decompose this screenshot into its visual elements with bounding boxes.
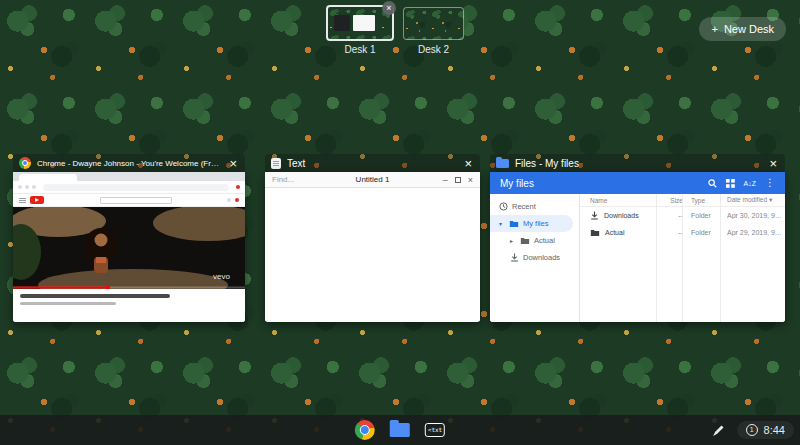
overview-window-chrome[interactable]: Chrome - Dwayne Johnson - You're Welcome… <box>13 154 245 322</box>
youtube-search-box <box>100 197 172 204</box>
find-field: Find... <box>272 175 294 184</box>
sidebar-my-files-label: My files <box>523 219 548 228</box>
sort-arrow-icon: ▾ <box>769 196 772 203</box>
video-player: vevo <box>13 207 245 289</box>
text-window-preview[interactable]: Find... Untitled 1 – × <box>265 172 480 322</box>
chrome-icon <box>19 157 31 169</box>
files-sidebar: Recent ▾ My files ▸ Actual <box>490 194 580 322</box>
profile-avatar <box>236 185 240 189</box>
view-toggle-icon <box>726 179 735 188</box>
shelf-files-button[interactable] <box>390 423 410 437</box>
column-divider <box>720 194 721 322</box>
video-title-placeholder <box>20 294 170 298</box>
shelf-text-button[interactable]: <txt <box>425 423 445 437</box>
download-icon <box>590 211 599 220</box>
folder-icon <box>509 219 519 228</box>
chrome-window-close-button[interactable]: × <box>227 157 239 170</box>
column-size: Size <box>657 197 683 204</box>
download-icon <box>510 253 519 262</box>
files-toolbar: My files A↓Z ⋮ <box>490 172 785 194</box>
back-icon <box>18 185 22 189</box>
search-icon <box>708 179 717 188</box>
youtube-header <box>13 194 245 207</box>
address-bar <box>43 184 229 191</box>
files-app-icon <box>496 159 509 168</box>
shelf: <txt 1 8:44 <box>0 415 800 445</box>
folder-icon <box>520 236 530 245</box>
browser-tab-strip <box>13 172 245 181</box>
sidebar-downloads-label: Downloads <box>523 253 560 262</box>
file-size: -- <box>657 212 683 219</box>
stylus-pen-icon <box>712 424 725 437</box>
notification-counter: 1 <box>746 424 758 436</box>
document-title: Untitled 1 <box>356 175 390 184</box>
desk1-close-button[interactable]: × <box>382 1 396 15</box>
menu-icon <box>19 198 26 203</box>
youtube-logo <box>30 196 44 204</box>
stylus-tools-button[interactable] <box>712 424 725 437</box>
clock: 8:44 <box>764 424 785 436</box>
vevo-watermark: vevo <box>213 272 230 281</box>
chrome-window-header: Chrome - Dwayne Johnson - You're Welcome… <box>13 154 245 172</box>
desk2-label[interactable]: Desk 2 <box>403 44 464 55</box>
file-name-cell: Actual <box>580 228 657 237</box>
text-window-header: Text × <box>265 154 480 172</box>
youtube-avatar <box>235 198 239 202</box>
forward-icon <box>25 185 29 189</box>
column-type: Type <box>683 197 721 204</box>
clock-icon <box>499 202 508 211</box>
desk1-label[interactable]: Desk 1 <box>326 44 394 55</box>
character-face <box>95 234 108 247</box>
files-toolbar-icons: A↓Z ⋮ <box>708 178 775 188</box>
minimize-icon: – <box>443 175 448 185</box>
file-date: Apr 30, 2019, 9… <box>721 212 785 219</box>
text-app-toolbar: Find... Untitled 1 – × <box>265 172 480 188</box>
file-name-cell: Downloads <box>580 211 657 220</box>
shelf-app-icons: <txt <box>355 415 445 445</box>
files-window-preview[interactable]: My files A↓Z ⋮ <box>490 172 785 322</box>
chevron-right-icon: ▸ <box>510 237 516 244</box>
column-divider <box>682 194 683 322</box>
files-toolbar-title: My files <box>500 178 534 189</box>
file-type: Folder <box>683 229 721 236</box>
files-sidebar-downloads: Downloads <box>490 249 573 266</box>
files-app-icon <box>390 423 410 437</box>
close-icon: × <box>468 175 473 185</box>
file-type: Folder <box>683 212 721 219</box>
overview-window-files[interactable]: Files - My files × My files A↓Z ⋮ <box>490 154 785 322</box>
new-desk-button[interactable]: + New Desk <box>699 17 786 41</box>
overview-window-text[interactable]: Text × Find... Untitled 1 – × <box>265 154 480 322</box>
desk1-preview-window-dark <box>334 15 350 31</box>
more-menu-icon: ⋮ <box>765 178 775 188</box>
chrome-icon-core <box>360 425 370 435</box>
chrome-window-preview[interactable]: vevo <box>13 172 245 322</box>
text-editor-area <box>265 188 480 321</box>
files-sidebar-actual: ▸ Actual <box>490 232 573 249</box>
browser-tab <box>19 174 77 181</box>
apps-icon <box>227 198 231 202</box>
files-sidebar-my-files: ▾ My files <box>490 215 573 232</box>
folder-icon <box>590 228 600 237</box>
text-app-icon <box>271 158 281 169</box>
files-window-close-button[interactable]: × <box>767 157 779 170</box>
column-divider <box>656 194 657 322</box>
shelf-chrome-button[interactable] <box>355 420 375 440</box>
chrome-icon <box>355 420 375 440</box>
column-date-label: Date modified <box>727 196 767 203</box>
column-date-modified: Date modified ▾ <box>721 196 785 204</box>
new-desk-label: New Desk <box>724 23 774 35</box>
sidebar-recent-label: Recent <box>512 202 536 211</box>
text-window-controls: – × <box>443 175 473 185</box>
reload-icon <box>32 185 36 189</box>
browser-toolbar <box>13 181 245 194</box>
desk-thumbnail-2[interactable] <box>403 7 464 40</box>
status-tray[interactable]: 1 8:44 <box>737 421 794 439</box>
plus-icon: + <box>711 23 717 35</box>
shelf-status-area: 1 8:44 <box>712 415 794 445</box>
text-window-close-button[interactable]: × <box>462 157 474 170</box>
files-window-header: Files - My files × <box>490 154 785 172</box>
desk1-preview-window-light <box>353 15 375 31</box>
video-meta-placeholder <box>20 302 116 305</box>
column-name: Name <box>580 197 657 204</box>
file-name: Downloads <box>604 212 639 219</box>
